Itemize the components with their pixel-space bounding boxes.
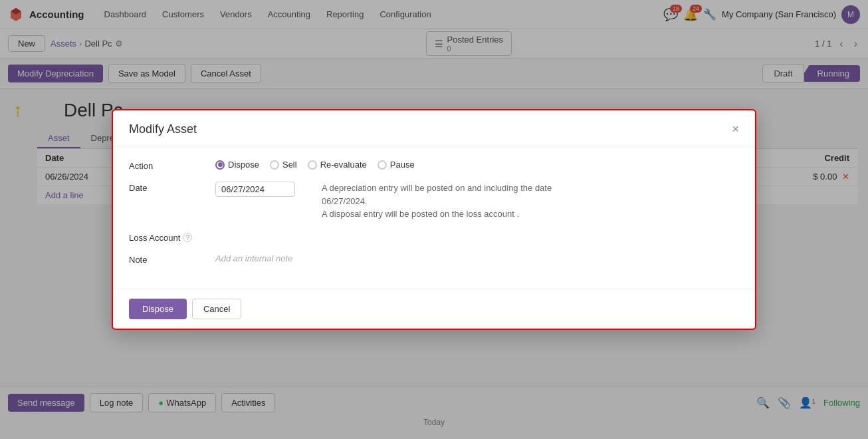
info-text-line3: A disposal entry will be posted on the l… [322, 208, 739, 221]
loss-account-help-icon[interactable]: ? [183, 233, 192, 242]
radio-pause-label: Pause [390, 160, 415, 170]
modify-asset-modal: Modify Asset × Action Dispose Sell [112, 109, 756, 330]
action-row: Action Dispose Sell Re-evaluate [129, 160, 739, 171]
modal-overlay: Modify Asset × Action Dispose Sell [0, 0, 868, 439]
loss-account-label: Loss Account [129, 233, 180, 243]
modal-title: Modify Asset [129, 122, 197, 136]
radio-reevaluate-label: Re-evaluate [320, 160, 367, 170]
info-box: A depreciation entry will be posted on a… [322, 182, 739, 221]
note-placeholder: Add an internal note [215, 253, 292, 263]
modal-footer: Dispose Cancel [113, 289, 755, 329]
modal-header: Modify Asset × [113, 110, 755, 146]
note-input[interactable]: Add an internal note [215, 253, 739, 263]
modal-cancel-button[interactable]: Cancel [192, 299, 241, 319]
action-label: Action [129, 160, 215, 171]
info-text-line1: A depreciation entry will be posted on a… [322, 182, 739, 195]
note-label: Note [129, 253, 215, 265]
date-label: Date [129, 182, 215, 193]
radio-pause-circle [378, 160, 387, 170]
radio-sell[interactable]: Sell [270, 160, 297, 170]
modal-body: Action Dispose Sell Re-evaluate [113, 146, 755, 289]
modal-close-button[interactable]: × [732, 122, 739, 136]
radio-dispose-circle [215, 160, 225, 170]
radio-dispose[interactable]: Dispose [215, 160, 259, 170]
radio-sell-label: Sell [282, 160, 297, 170]
dispose-button[interactable]: Dispose [129, 299, 187, 319]
loss-account-row: Loss Account ? [129, 231, 739, 243]
action-radio-group: Dispose Sell Re-evaluate Pause [215, 160, 415, 170]
radio-pause[interactable]: Pause [378, 160, 415, 170]
info-text-line2: 06/27/2024. [322, 195, 739, 208]
radio-sell-circle [270, 160, 279, 170]
date-row: Date A depreciation entry will be posted… [129, 182, 739, 221]
radio-reevaluate-circle [308, 160, 317, 170]
radio-reevaluate[interactable]: Re-evaluate [308, 160, 367, 170]
date-input[interactable] [215, 182, 295, 197]
note-row: Note Add an internal note [129, 253, 739, 265]
loss-account-label-group: Loss Account ? [129, 231, 215, 243]
radio-dispose-label: Dispose [228, 160, 259, 170]
